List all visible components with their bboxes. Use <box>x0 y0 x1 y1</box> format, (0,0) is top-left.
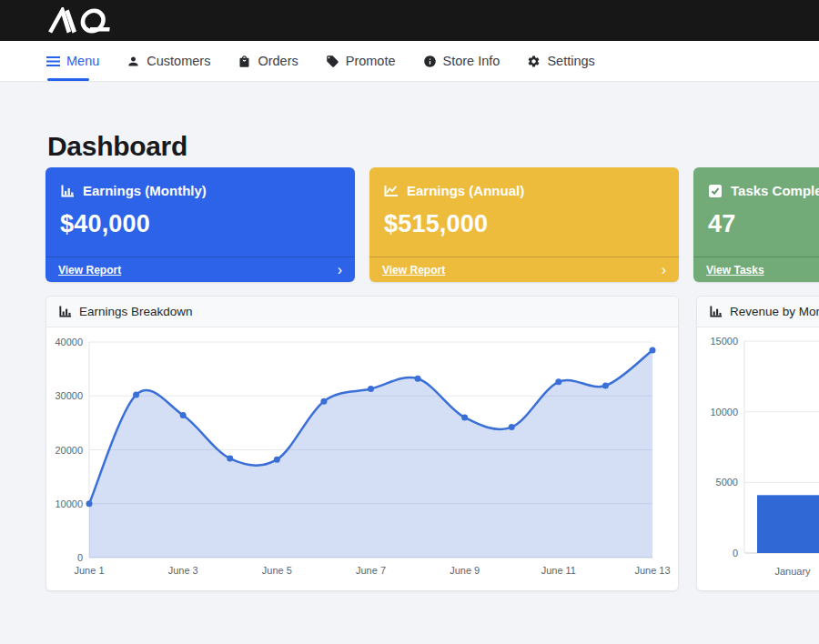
stat-card-title: Earnings (Annual) <box>407 183 524 198</box>
bag-icon <box>238 55 251 68</box>
svg-text:0: 0 <box>733 548 738 558</box>
stat-card-title: Earnings (Monthly) <box>83 183 207 198</box>
nav-item-menu[interactable]: Menu <box>46 54 99 68</box>
nav-item-label: Promote <box>346 54 396 68</box>
nav-item-customers[interactable]: Customers <box>126 54 210 68</box>
bar-chart-icon <box>709 305 723 318</box>
svg-text:June 5: June 5 <box>262 565 292 576</box>
svg-text:June 7: June 7 <box>356 565 386 576</box>
stat-card-footer: View Report › <box>46 257 355 282</box>
stat-cards-row: Earnings (Monthly) $40,000 View Report ›… <box>46 167 819 282</box>
revenue-by-month-card: Revenue by Month 050001000015000January <box>696 296 819 591</box>
nav-item-label: Customers <box>147 54 210 68</box>
svg-text:June 9: June 9 <box>450 565 480 576</box>
check-square-icon <box>708 184 723 198</box>
nav-item-settings[interactable]: Settings <box>527 54 594 68</box>
stat-card-header: Earnings (Monthly) <box>46 167 355 198</box>
nav-item-label: Orders <box>258 54 298 68</box>
view-report-link[interactable]: View Report <box>58 264 121 277</box>
svg-text:June 11: June 11 <box>541 565 576 576</box>
brand-logo[interactable] <box>46 7 124 35</box>
stat-card-value: $40,000 <box>46 210 355 238</box>
bar-chart-icon <box>60 184 75 198</box>
nav-item-store-info[interactable]: Store Info <box>423 54 500 68</box>
view-tasks-link[interactable]: View Tasks <box>706 264 764 277</box>
active-tab-underline <box>47 78 89 81</box>
svg-text:10000: 10000 <box>55 498 83 509</box>
svg-text:January: January <box>774 566 811 577</box>
brand-logo-icon <box>46 7 124 35</box>
earnings-breakdown-chart: 010000200003000040000June 1June 3June 5J… <box>46 327 678 590</box>
svg-text:15000: 15000 <box>710 336 738 347</box>
area-line-chart: 010000200003000040000June 1June 3June 5J… <box>46 327 678 590</box>
stat-card-tasks-completed: Tasks Completed 47 View Tasks › <box>693 167 819 282</box>
top-app-bar <box>0 0 819 41</box>
view-report-link[interactable]: View Report <box>382 264 445 277</box>
gear-icon <box>527 55 541 68</box>
nav-item-promote[interactable]: Promote <box>326 54 396 68</box>
stat-card-earnings-monthly: Earnings (Monthly) $40,000 View Report › <box>46 167 355 282</box>
svg-text:10000: 10000 <box>710 407 738 418</box>
main-navbar: Menu Customers Orders Promote Store Info… <box>0 41 819 82</box>
nav-item-label: Store Info <box>443 54 500 68</box>
line-chart-icon <box>384 184 399 198</box>
revenue-by-month-chart: 050001000015000January <box>697 327 819 590</box>
chevron-right-icon[interactable]: › <box>662 263 666 277</box>
page-title: Dashboard <box>47 131 187 162</box>
bar-chart: 050001000015000January <box>697 327 819 590</box>
hamburger-icon <box>46 55 60 68</box>
chevron-right-icon[interactable]: › <box>338 263 342 277</box>
person-icon <box>126 55 140 68</box>
svg-text:June 13: June 13 <box>634 565 670 576</box>
nav-item-orders[interactable]: Orders <box>238 54 298 68</box>
earnings-breakdown-card: Earnings Breakdown 010000200003000040000… <box>46 296 679 591</box>
svg-text:20000: 20000 <box>55 445 83 456</box>
nav-item-label: Menu <box>66 54 99 68</box>
stat-card-footer: View Tasks › <box>693 257 819 282</box>
stat-card-header: Tasks Completed <box>693 167 819 198</box>
svg-text:June 1: June 1 <box>74 565 104 576</box>
tag-icon <box>326 55 339 68</box>
stat-card-title: Tasks Completed <box>731 183 819 198</box>
stat-card-earnings-annual: Earnings (Annual) $515,000 View Report › <box>369 167 679 282</box>
svg-text:0: 0 <box>77 552 83 563</box>
nav-item-label: Settings <box>547 54 594 68</box>
chart-card-title: Earnings Breakdown <box>79 305 193 318</box>
stat-card-value: 47 <box>693 210 819 238</box>
chart-card-header: Revenue by Month <box>697 297 819 327</box>
stat-card-footer: View Report › <box>369 257 679 282</box>
svg-text:30000: 30000 <box>55 390 83 401</box>
info-icon <box>423 55 437 68</box>
bar-chart-icon <box>58 305 72 318</box>
stat-card-header: Earnings (Annual) <box>369 167 679 198</box>
chart-card-title: Revenue by Month <box>730 305 819 318</box>
svg-text:June 3: June 3 <box>168 565 198 576</box>
svg-text:40000: 40000 <box>55 337 83 347</box>
chart-card-header: Earnings Breakdown <box>46 297 678 327</box>
svg-text:5000: 5000 <box>716 477 738 488</box>
stat-card-value: $515,000 <box>369 210 679 238</box>
